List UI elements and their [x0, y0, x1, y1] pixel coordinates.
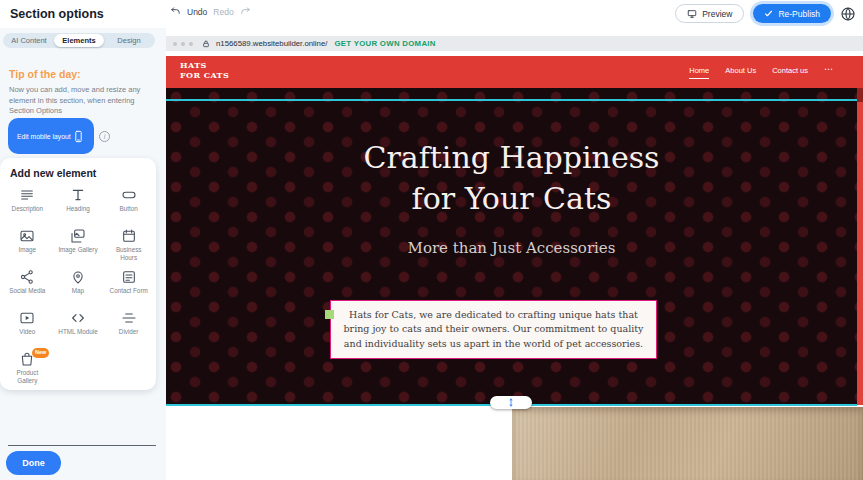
element-social-media[interactable]: Social Media — [2, 264, 53, 305]
redo-label[interactable]: Redo — [213, 7, 233, 17]
site-logo[interactable]: HATS FOR CATS — [180, 61, 230, 80]
undo-icon[interactable] — [170, 6, 181, 17]
site-url[interactable]: n1566589.websitebuilder.online/ — [216, 39, 327, 48]
divider-icon — [121, 310, 137, 326]
section-selection-top-line — [166, 99, 857, 101]
info-icon[interactable]: i — [99, 131, 110, 142]
nav-home[interactable]: Home — [689, 66, 709, 79]
social-media-icon — [19, 269, 35, 285]
nav-about-us[interactable]: About Us — [725, 66, 756, 78]
window-dot-icon — [173, 42, 177, 46]
new-badge: New — [32, 348, 49, 358]
browser-chrome-bar: n1566589.websitebuilder.online/ GET YOUR… — [166, 36, 863, 51]
element-product-gallery[interactable]: New Product Gallery — [2, 346, 53, 387]
check-icon — [764, 9, 773, 18]
monitor-icon — [687, 9, 697, 19]
tip-of-the-day-body: Now you can add, move and resize any ele… — [9, 85, 152, 117]
republish-button-label: Re-Publish — [778, 9, 820, 19]
add-new-element-title: Add new element — [0, 158, 156, 182]
site-header: HATS FOR CATS Home About Us Contact us ⋯ — [166, 56, 863, 88]
tab-ai-content[interactable]: AI Content — [4, 34, 54, 47]
language-globe-icon[interactable] — [840, 6, 856, 22]
element-contact-form[interactable]: Contact Form — [103, 264, 154, 305]
image-gallery-icon — [70, 228, 86, 244]
element-drag-handle[interactable] — [325, 310, 334, 319]
republish-button[interactable]: Re-Publish — [753, 4, 831, 23]
element-map[interactable]: Map — [53, 264, 104, 305]
site-preview-canvas: n1566589.websitebuilder.online/ GET YOUR… — [166, 28, 863, 480]
element-video[interactable]: Video — [2, 305, 53, 346]
page-edge-strip — [857, 88, 863, 405]
html-code-icon — [70, 310, 86, 326]
lock-icon — [197, 40, 210, 48]
sidebar-divider — [8, 445, 156, 446]
element-business-hours[interactable]: Business Hours — [103, 223, 154, 264]
redo-icon[interactable] — [240, 6, 251, 17]
page-title: Section options — [10, 7, 104, 21]
contact-form-icon — [121, 269, 137, 285]
element-image-gallery[interactable]: Image Gallery — [53, 223, 104, 264]
window-dot-icon — [189, 42, 193, 46]
element-html-module[interactable]: HTML Module — [53, 305, 104, 346]
site-nav: Home About Us Contact us ⋯ — [689, 66, 833, 79]
window-dot-icon — [181, 42, 185, 46]
preview-button-label: Preview — [702, 9, 732, 19]
hero-title[interactable]: Crafting Happiness for Your Cats — [342, 138, 682, 219]
website-builder-app: Section options Undo Redo Preview Re-Pub… — [0, 0, 863, 480]
element-description[interactable]: Description — [2, 182, 53, 223]
business-hours-icon — [121, 228, 137, 244]
description-icon — [19, 187, 35, 203]
add-new-element-panel: Add new element Description Heading Butt… — [0, 158, 156, 390]
video-icon — [19, 310, 35, 326]
tab-elements[interactable]: Elements — [54, 34, 104, 47]
hero-paragraph-text: Hats for Cats, we are dedicated to craft… — [344, 309, 644, 349]
sidebar-tabs: AI Content Elements Design — [3, 33, 155, 48]
next-section-image — [512, 407, 863, 480]
section-resize-handle[interactable] — [490, 396, 532, 409]
preview-button[interactable]: Preview — [675, 4, 744, 23]
hero-subtitle[interactable]: More than Just Accessories — [166, 239, 857, 257]
element-divider[interactable]: Divider — [103, 305, 154, 346]
hero-paragraph-selected[interactable]: Hats for Cats, we are dedicated to craft… — [330, 300, 657, 359]
tip-of-the-day-title: Tip of the day: — [9, 68, 81, 80]
get-your-own-domain-link[interactable]: GET YOUR OWN DOMAIN — [334, 39, 435, 48]
topbar: Section options Undo Redo Preview Re-Pub… — [0, 0, 863, 28]
nav-more-icon[interactable]: ⋯ — [824, 66, 833, 76]
map-pin-icon — [70, 269, 86, 285]
tab-design[interactable]: Design — [104, 34, 154, 47]
topbar-actions: Preview Re-Publish — [675, 4, 856, 23]
element-grid: Description Heading Button Image Image G… — [0, 182, 156, 387]
undo-label[interactable]: Undo — [187, 7, 207, 17]
edit-mobile-layout-button[interactable]: Edit mobile layout — [8, 118, 94, 154]
edit-mobile-layout-label: Edit mobile layout — [17, 133, 71, 140]
section-options-sidebar: AI Content Elements Design Tip of the da… — [0, 28, 166, 480]
heading-icon — [70, 187, 86, 203]
history-controls: Undo Redo — [170, 6, 251, 17]
resize-arrows-icon — [506, 397, 516, 408]
done-button[interactable]: Done — [6, 451, 61, 475]
hero-section[interactable]: Crafting Happiness for Your Cats More th… — [166, 88, 857, 405]
phone-icon — [72, 130, 85, 143]
element-heading[interactable]: Heading — [53, 182, 104, 223]
nav-contact-us[interactable]: Contact us — [772, 66, 808, 78]
element-button[interactable]: Button — [103, 182, 154, 223]
image-icon — [19, 228, 35, 244]
element-image[interactable]: Image — [2, 223, 53, 264]
button-icon — [121, 187, 137, 203]
